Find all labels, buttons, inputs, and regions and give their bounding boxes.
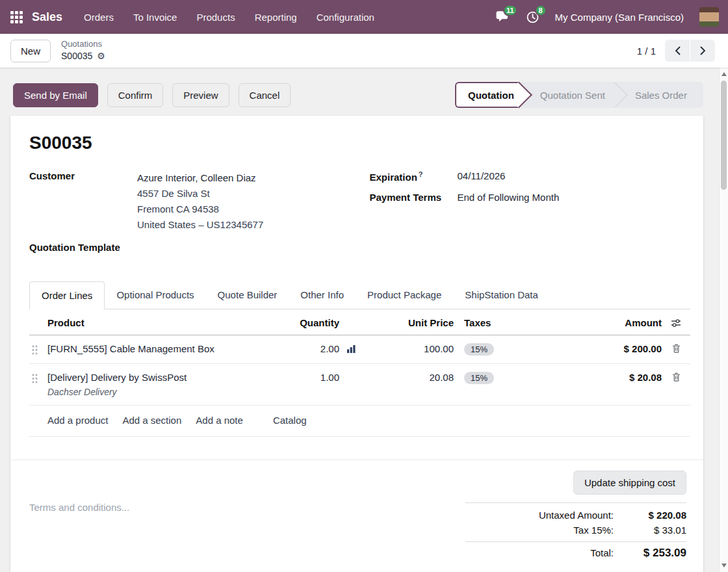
customer-field[interactable]: Azure Interior, Colleen Diaz <box>137 170 263 186</box>
messages-icon[interactable]: 11 <box>496 10 510 23</box>
form-statusbar: Send by Email Confirm Preview Cancel Quo… <box>0 82 703 108</box>
header-unit-price[interactable]: Unit Price <box>356 317 454 328</box>
breadcrumb: Quotations S00035 ⚙ <box>61 39 105 62</box>
menu-to-invoice[interactable]: To Invoice <box>125 6 186 28</box>
vertical-scrollbar[interactable] <box>719 68 728 572</box>
notebook-divider <box>10 437 703 460</box>
payment-terms-label: Payment Terms <box>370 192 458 203</box>
notebook-tabs: Order Lines Optional Products Quote Buil… <box>29 281 690 309</box>
add-note-link[interactable]: Add a note <box>196 415 243 426</box>
order-line-row[interactable]: [Delivery] Delivery by SwissPost Dachser… <box>29 364 690 406</box>
order-line-row[interactable]: [FURN_5555] Cable Management Box 2.00 10… <box>29 335 690 364</box>
add-product-link[interactable]: Add a product <box>47 415 108 426</box>
scrollbar-thumb[interactable] <box>721 81 727 190</box>
expiration-label: Expiration <box>370 172 417 183</box>
record-pager: 1 / 1 <box>637 40 715 62</box>
preview-button[interactable]: Preview <box>172 83 229 107</box>
customer-address-line2: Fremont CA 94538 <box>137 202 263 217</box>
tab-other-info[interactable]: Other Info <box>289 281 356 309</box>
record-title: S00035 <box>29 133 690 153</box>
scroll-up-icon[interactable] <box>720 69 728 79</box>
line-quantity[interactable]: 1.00 <box>320 372 339 383</box>
pager-next-button[interactable] <box>690 40 715 62</box>
customer-address-line1: 4557 De Silva St <box>137 186 263 202</box>
delete-line-icon[interactable] <box>671 343 681 354</box>
line-amount: $ 20.08 <box>629 372 662 383</box>
header-amount[interactable]: Amount <box>532 317 662 328</box>
untaxed-amount-value: $ 220.08 <box>614 510 686 521</box>
pager-count: 1 / 1 <box>637 46 656 57</box>
line-product[interactable]: [Delivery] Delivery by SwissPost <box>47 372 272 383</box>
tax-label: Tax 15%: <box>573 525 614 536</box>
breadcrumb-parent[interactable]: Quotations <box>61 39 105 50</box>
line-amount: $ 200.00 <box>624 343 662 354</box>
expiration-field[interactable]: 04/11/2026 <box>458 170 506 183</box>
status-step-quotation-sent[interactable]: Quotation Sent <box>519 82 616 108</box>
top-navbar: Sales Orders To Invoice Products Reporti… <box>0 0 728 34</box>
header-product[interactable]: Product <box>47 317 272 328</box>
line-unit-price[interactable]: 100.00 <box>356 343 454 354</box>
action-menu-gear-icon[interactable]: ⚙ <box>97 50 105 62</box>
status-step-sales-order[interactable]: Sales Order <box>616 82 700 108</box>
untaxed-amount-label: Untaxed Amount: <box>539 510 614 521</box>
add-section-link[interactable]: Add a section <box>122 415 181 426</box>
control-panel: New Quotations S00035 ⚙ 1 / 1 <box>0 34 728 68</box>
menu-products[interactable]: Products <box>188 6 243 28</box>
payment-terms-field[interactable]: End of Following Month <box>458 192 560 203</box>
menu-configuration[interactable]: Configuration <box>308 6 383 28</box>
send-by-email-button[interactable]: Send by Email <box>13 83 98 107</box>
breadcrumb-current: S00035 <box>61 50 92 62</box>
header-taxes[interactable]: Taxes <box>454 317 532 328</box>
tab-product-package[interactable]: Product Package <box>356 281 453 309</box>
company-switcher[interactable]: My Company (San Francisco) <box>555 12 684 23</box>
drag-handle-icon[interactable] <box>32 345 38 355</box>
status-step-quotation[interactable]: Quotation <box>455 82 519 108</box>
line-description: Dachser Delivery <box>47 387 272 397</box>
customer-address-line3: United States – US12345677 <box>137 217 263 233</box>
main-menu: Orders To Invoice Products Reporting Con… <box>75 6 383 28</box>
tab-quote-builder[interactable]: Quote Builder <box>206 281 289 309</box>
customer-label: Customer <box>29 170 137 233</box>
activities-count-badge: 8 <box>535 5 547 16</box>
forecast-chart-icon[interactable] <box>346 344 356 354</box>
tax-badge[interactable]: 15% <box>464 343 494 356</box>
update-shipping-cost-button[interactable]: Update shipping cost <box>573 471 686 495</box>
apps-grid-icon[interactable] <box>10 11 23 23</box>
status-pipeline: Quotation Quotation Sent Sales Order <box>455 82 703 108</box>
menu-reporting[interactable]: Reporting <box>246 6 306 28</box>
pager-previous-button[interactable] <box>665 40 690 62</box>
help-tooltip-icon: ? <box>419 170 423 178</box>
confirm-button[interactable]: Confirm <box>107 83 164 107</box>
tax-value: $ 33.01 <box>614 525 686 536</box>
left-field-group: Customer Azure Interior, Colleen Diaz 45… <box>29 170 350 262</box>
terms-and-conditions-input[interactable]: Terms and conditions... <box>29 502 129 562</box>
cancel-button[interactable]: Cancel <box>239 83 291 107</box>
activities-icon[interactable]: 8 <box>526 10 540 24</box>
line-product[interactable]: [FURN_5555] Cable Management Box <box>47 343 272 354</box>
odoo-sales-quotation-page: Sales Orders To Invoice Products Reporti… <box>0 0 728 572</box>
line-unit-price[interactable]: 20.08 <box>356 372 454 383</box>
order-lines-footer-links: Add a product Add a section Add a note C… <box>29 406 690 437</box>
drag-handle-icon[interactable] <box>32 374 38 384</box>
catalog-link[interactable]: Catalog <box>273 415 307 426</box>
tab-order-lines[interactable]: Order Lines <box>29 281 105 309</box>
header-quantity[interactable]: Quantity <box>300 317 339 328</box>
right-field-group: Expiration? 04/11/2026 Payment Terms End… <box>370 170 691 262</box>
chevron-left-icon <box>675 46 681 55</box>
delete-line-icon[interactable] <box>671 372 681 382</box>
user-avatar[interactable] <box>699 7 719 27</box>
tab-shipstation-data[interactable]: ShipStation Data <box>453 281 550 309</box>
tax-badge[interactable]: 15% <box>464 372 494 384</box>
column-options-icon[interactable] <box>671 318 681 328</box>
app-name[interactable]: Sales <box>32 10 62 24</box>
line-quantity[interactable]: 2.00 <box>320 343 339 354</box>
new-button[interactable]: New <box>10 40 51 62</box>
form-view-area: Send by Email Confirm Preview Cancel Quo… <box>0 68 719 572</box>
menu-orders[interactable]: Orders <box>75 6 122 28</box>
messages-count-badge: 11 <box>503 5 517 16</box>
order-lines-header: Product Quantity Unit Price Taxes Amount <box>29 309 690 335</box>
scroll-down-icon[interactable] <box>720 560 728 571</box>
chevron-right-icon <box>700 46 706 55</box>
totals-block: Untaxed Amount: $ 220.08 Tax 15%: $ 33.0… <box>465 502 686 562</box>
tab-optional-products[interactable]: Optional Products <box>105 281 205 309</box>
